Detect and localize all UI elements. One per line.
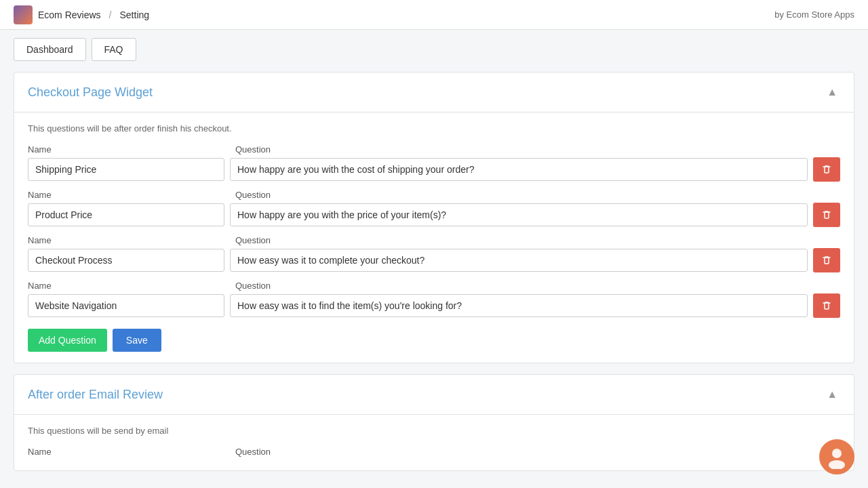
row-labels-2: NameQuestion xyxy=(28,190,840,200)
faq-button[interactable]: FAQ xyxy=(92,38,136,61)
svg-point-1 xyxy=(829,460,845,469)
email-column-labels: Name Question xyxy=(28,447,840,457)
question-label-4: Question xyxy=(235,281,840,291)
question-input-3[interactable] xyxy=(230,249,808,272)
name-label-4: Name xyxy=(28,281,224,291)
email-description: This questions will be send by email xyxy=(28,426,840,436)
name-input-3[interactable] xyxy=(28,249,224,272)
row-inputs-4 xyxy=(28,293,840,318)
checkout-section-body: This questions will be after order finis… xyxy=(14,113,854,363)
app-logo xyxy=(14,5,33,24)
delete-button-4[interactable] xyxy=(813,293,840,318)
question-label-1: Question xyxy=(235,144,840,155)
row-labels-3: NameQuestion xyxy=(28,235,840,245)
name-input-2[interactable] xyxy=(28,203,224,226)
email-section-title: After order Email Review xyxy=(28,388,163,402)
page-content: Checkout Page Widget ▲ This questions wi… xyxy=(0,61,868,488)
checkout-action-buttons: Add Question Save xyxy=(28,329,840,352)
add-question-button[interactable]: Add Question xyxy=(28,329,107,352)
checkout-section-header: Checkout Page Widget ▲ xyxy=(14,73,854,113)
row-labels-1: NameQuestion xyxy=(28,144,840,155)
question-row-1: NameQuestion xyxy=(28,144,840,182)
breadcrumb-current: Setting xyxy=(119,9,149,20)
delete-button-1[interactable] xyxy=(813,157,840,182)
email-collapse-button[interactable]: ▲ xyxy=(824,386,840,403)
question-input-4[interactable] xyxy=(230,294,808,317)
question-row-2: NameQuestion xyxy=(28,190,840,227)
checkout-collapse-button[interactable]: ▲ xyxy=(824,83,840,101)
email-section-header: After order Email Review ▲ xyxy=(14,375,854,415)
support-avatar[interactable] xyxy=(819,439,854,474)
email-name-label: Name xyxy=(28,447,224,457)
question-row-4: NameQuestion xyxy=(28,281,840,318)
question-row-3: NameQuestion xyxy=(28,235,840,272)
dashboard-button[interactable]: Dashboard xyxy=(14,38,86,61)
question-input-1[interactable] xyxy=(230,158,808,181)
topbar-byline: by Ecom Store Apps xyxy=(774,9,854,20)
nav-bar: Dashboard FAQ xyxy=(0,30,868,61)
checkout-section: Checkout Page Widget ▲ This questions wi… xyxy=(14,72,854,363)
save-button[interactable]: Save xyxy=(113,329,161,352)
email-question-label: Question xyxy=(235,447,840,457)
topbar-left: Ecom Reviews / Setting xyxy=(14,5,149,24)
delete-button-2[interactable] xyxy=(813,203,840,227)
svg-point-0 xyxy=(832,449,842,458)
topbar: Ecom Reviews / Setting by Ecom Store App… xyxy=(0,0,868,30)
row-labels-4: NameQuestion xyxy=(28,281,840,291)
checkout-description: This questions will be after order finis… xyxy=(28,123,840,134)
email-section: After order Email Review ▲ This question… xyxy=(14,374,854,471)
app-name: Ecom Reviews xyxy=(38,9,101,20)
email-section-body: This questions will be send by email Nam… xyxy=(14,415,854,470)
question-input-2[interactable] xyxy=(230,203,808,226)
name-input-4[interactable] xyxy=(28,294,224,317)
name-label-1: Name xyxy=(28,144,224,155)
row-inputs-3 xyxy=(28,248,840,272)
row-inputs-1 xyxy=(28,157,840,182)
breadcrumb-separator: / xyxy=(109,9,112,20)
checkout-questions-list: NameQuestionNameQuestionNameQuestionName… xyxy=(28,144,840,318)
question-label-3: Question xyxy=(235,235,840,245)
name-label-3: Name xyxy=(28,235,224,245)
delete-button-3[interactable] xyxy=(813,248,840,272)
name-input-1[interactable] xyxy=(28,158,224,181)
name-label-2: Name xyxy=(28,190,224,200)
row-inputs-2 xyxy=(28,203,840,227)
checkout-section-title: Checkout Page Widget xyxy=(28,85,153,100)
question-label-2: Question xyxy=(235,190,840,200)
